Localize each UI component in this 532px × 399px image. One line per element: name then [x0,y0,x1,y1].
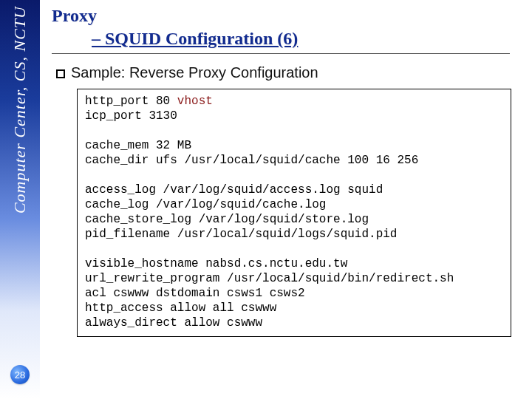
cfg-line-09: visible_hostname nabsd.cs.nctu.edu.tw [85,257,347,270]
slide-number-badge: 28 [10,365,30,384]
cfg-line-04: cache_dir ufs /usr/local/squid/cache 100… [85,154,418,167]
cfg-line-03: cache_mem 32 MB [85,139,191,152]
cfg-line-02: icp_port 3130 [85,109,177,123]
title-line-2: – SQUID Configuration (6) [92,29,520,49]
cfg-line-01a: http_port 80 [85,95,177,108]
slide-number-value: 28 [15,369,25,381]
title-divider [52,53,510,54]
sidebar-org-label: Computer Center, CS, NCTU [10,6,30,214]
cfg-line-06: cache_log /var/log/squid/cache.log [85,198,326,211]
cfg-line-11: acl cswww dstdomain csws1 csws2 [85,287,305,300]
bullet-text: Sample: Reverse Proxy Configuration [71,64,318,81]
bullet-line: Sample: Reverse Proxy Configuration [56,64,520,81]
cfg-line-08: pid_filename /usr/local/squid/logs/squid… [85,228,397,241]
sidebar: Computer Center, CS, NCTU 28 [0,0,40,399]
square-bullet-icon [56,69,65,78]
config-code-box: http_port 80 vhost icp_port 3130 cache_m… [77,89,511,337]
slide-content: Proxy – SQUID Configuration (6) Sample: … [52,6,520,337]
cfg-line-12: http_access allow all cswww [85,301,276,315]
cfg-line-05: access_log /var/log/squid/access.log squ… [85,183,383,197]
cfg-keyword-vhost: vhost [177,95,213,108]
cfg-line-07: cache_store_log /var/log/squid/store.log [85,213,369,226]
cfg-line-10: url_rewrite_program /usr/local/squid/bin… [85,272,454,285]
title-line-1: Proxy [52,6,520,26]
cfg-line-13: always_direct allow cswww [85,316,262,330]
